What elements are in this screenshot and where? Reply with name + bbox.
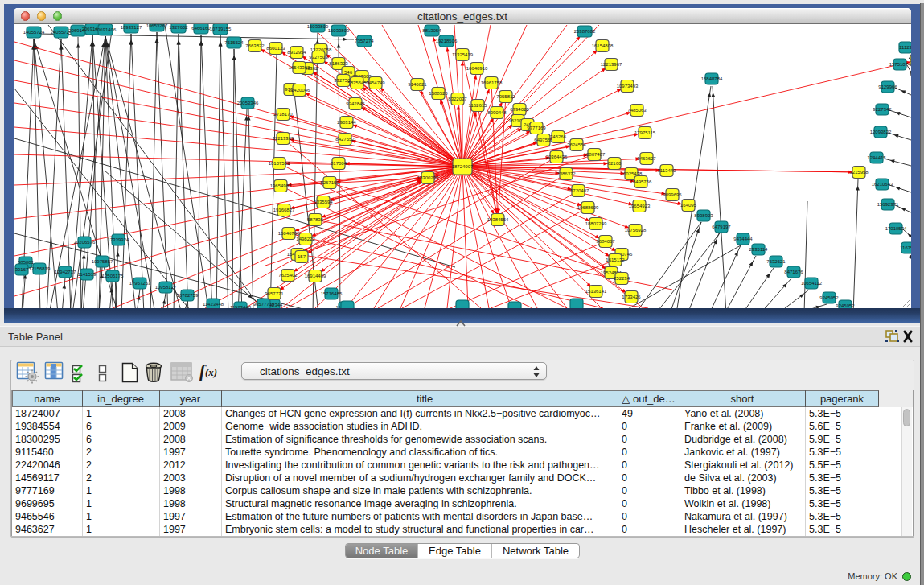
svg-text:12213967: 12213967: [601, 62, 622, 67]
svg-text:12942737: 12942737: [55, 270, 76, 274]
svg-text:20387682: 20387682: [574, 29, 596, 34]
svg-text:8990448: 8990448: [487, 110, 507, 115]
svg-text:18933127: 18933127: [121, 25, 142, 30]
svg-text:1588520: 1588520: [429, 91, 448, 96]
svg-text:15720407: 15720407: [568, 188, 589, 193]
svg-text:10958127: 10958127: [155, 285, 177, 290]
svg-text:8186323: 8186323: [329, 61, 348, 66]
svg-text:12505175: 12505175: [102, 274, 124, 278]
svg-text:1733426: 1733426: [622, 295, 641, 299]
svg-text:11325419: 11325419: [452, 52, 474, 57]
svg-text:19384554: 19384554: [487, 217, 509, 222]
svg-text:16961758: 16961758: [481, 80, 503, 85]
svg-text:9245052: 9245052: [819, 295, 839, 300]
svg-text:15692371: 15692371: [877, 202, 899, 207]
svg-text:16543362: 16543362: [289, 65, 310, 70]
svg-text:9327503: 9327503: [309, 55, 328, 60]
svg-text:10973493: 10973493: [617, 84, 639, 89]
svg-text:16154808: 16154808: [592, 43, 614, 48]
svg-text:746266: 746266: [550, 134, 567, 139]
svg-text:17957253: 17957253: [129, 281, 151, 286]
svg-text:12156819: 12156819: [29, 266, 51, 271]
svg-text:20364436: 20364436: [546, 154, 568, 159]
svg-text:1244415: 1244415: [867, 155, 886, 160]
svg-text:11123: 11123: [899, 45, 911, 50]
svg-text:1615132: 1615132: [606, 257, 625, 262]
svg-text:16782759: 16782759: [177, 293, 199, 298]
svg-text:16848784: 16848784: [701, 76, 723, 81]
svg-text:19218506: 19218506: [436, 39, 458, 43]
svg-text:8471676: 8471676: [784, 270, 803, 274]
svg-text:17339924: 17339924: [108, 237, 129, 242]
svg-text:8660123: 8660123: [266, 46, 285, 51]
svg-text:9474444: 9474444: [733, 237, 753, 241]
svg-text:19166827: 19166827: [273, 208, 295, 212]
svg-text:7955812: 7955812: [496, 94, 515, 99]
svg-text:8267150: 8267150: [320, 180, 339, 185]
svg-text:7632621: 7632621: [766, 259, 786, 264]
svg-text:6794028: 6794028: [510, 107, 529, 112]
svg-text:9245052: 9245052: [836, 303, 855, 308]
svg-text:8912954: 8912954: [287, 50, 306, 55]
svg-text:16033809: 16033809: [328, 28, 350, 33]
svg-text:10654112: 10654112: [801, 281, 823, 286]
svg-text:7386372: 7386372: [556, 171, 576, 176]
svg-text:16046766: 16046766: [278, 231, 300, 236]
svg-text:10719155: 10719155: [210, 27, 232, 31]
svg-text:1327602: 1327602: [169, 25, 188, 30]
svg-text:18300295: 18300295: [417, 175, 439, 180]
svg-text:9099695: 9099695: [663, 192, 682, 197]
svg-text:39167: 39167: [15, 267, 29, 272]
svg-text:20053346: 20053346: [237, 101, 259, 105]
svg-text:10653267: 10653267: [146, 24, 168, 28]
svg-text:2903144: 2903144: [337, 120, 356, 125]
svg-text:587835: 587835: [307, 217, 324, 222]
svg-text:18495756: 18495756: [630, 179, 652, 184]
svg-text:9129966: 9129966: [878, 84, 897, 89]
svg-text:20691406: 20691406: [95, 27, 117, 32]
svg-text:817004: 817004: [331, 161, 347, 166]
svg-text:11923448: 11923448: [230, 305, 252, 308]
svg-text:5875645: 5875645: [347, 80, 367, 85]
svg-text:252234: 252234: [614, 276, 630, 281]
svg-text:9463627: 9463627: [637, 156, 656, 161]
svg-text:7663822: 7663822: [245, 43, 265, 48]
svg-text:10756928: 10756928: [625, 228, 647, 233]
svg-text:13325: 13325: [910, 58, 911, 63]
svg-text:16914409: 16914409: [305, 274, 326, 278]
svg-text:8322037: 8322037: [448, 97, 467, 101]
svg-text:10688609: 10688609: [577, 205, 599, 210]
svg-text:8938923: 8938923: [694, 213, 713, 218]
svg-text:7515524: 7515524: [224, 40, 244, 45]
svg-text:14055724: 14055724: [23, 30, 45, 35]
svg-text:6479197: 6479197: [712, 225, 731, 229]
svg-text:11423448: 11423448: [203, 302, 224, 307]
svg-text:16033809: 16033809: [307, 24, 329, 29]
svg-text:116753: 116753: [900, 245, 911, 250]
svg-text:19654987: 19654987: [270, 183, 292, 188]
svg-text:9684067: 9684067: [596, 239, 615, 244]
svg-text:1335594: 1335594: [314, 200, 333, 204]
svg-text:2935114: 2935114: [749, 247, 769, 252]
svg-text:7357274: 7357274: [355, 39, 374, 43]
svg-text:2718170: 2718170: [273, 112, 293, 117]
svg-text:3454749: 3454749: [366, 80, 385, 85]
svg-text:18724007: 18724007: [452, 164, 474, 169]
svg-text:10807487: 10807487: [584, 152, 606, 157]
svg-text:7625402: 7625402: [278, 273, 298, 278]
svg-text:17975115: 17975115: [634, 130, 656, 135]
svg-text:8813054: 8813054: [422, 28, 441, 33]
svg-text:8427552: 8427552: [335, 137, 355, 142]
svg-text:15136141: 15136141: [585, 289, 607, 294]
svg-text:20206576: 20206576: [74, 240, 96, 245]
svg-text:17010534: 17010534: [885, 226, 907, 231]
svg-text:164095: 164095: [680, 203, 697, 208]
svg-text:10107552: 10107552: [269, 161, 290, 166]
svg-text:1162615: 1162615: [469, 103, 488, 108]
svg-text:9657771: 9657771: [265, 291, 284, 296]
svg-text:12213369: 12213369: [273, 136, 294, 141]
svg-text:7485063: 7485063: [627, 108, 647, 113]
svg-text:6466160: 6466160: [191, 26, 211, 31]
svg-text:3113440: 3113440: [658, 168, 677, 173]
svg-text:15716485: 15716485: [321, 291, 343, 296]
